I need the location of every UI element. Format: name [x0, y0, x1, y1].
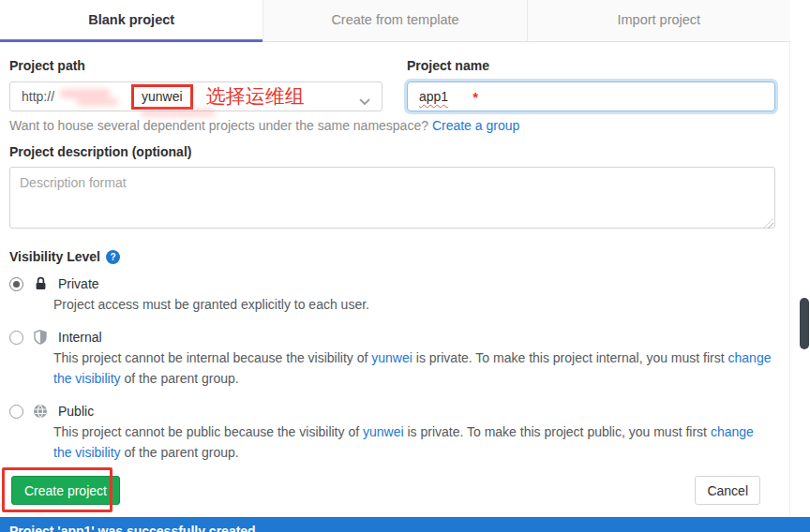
visibility-option-private: Private Project access must be granted e… — [9, 276, 775, 315]
shield-icon — [32, 330, 49, 345]
namespace-hint: Want to house several dependent projects… — [9, 118, 775, 133]
private-label: Private — [58, 276, 99, 291]
required-asterisk: * — [472, 89, 478, 105]
cancel-button[interactable]: Cancel — [695, 476, 760, 505]
namespace-select[interactable]: http:// yunwei 选择运维组 — [9, 81, 382, 111]
project-path-label: Project path — [9, 58, 382, 73]
new-project-panel: Blank project Create from template Impor… — [0, 0, 790, 518]
public-desc-part1: This project cannot be public because th… — [53, 424, 359, 439]
create-project-button[interactable]: Create project — [11, 476, 120, 505]
flash-message: Project 'app1' was successfully created — [9, 524, 256, 532]
create-group-link[interactable]: Create a group — [432, 118, 519, 133]
public-description: This project cannot be public because th… — [53, 421, 775, 463]
public-yunwei-link[interactable]: yunwei — [363, 424, 404, 439]
annotation-select-group-text: 选择运维组 — [206, 83, 305, 110]
internal-desc-part3: of the parent group. — [124, 371, 238, 386]
tab-blank-project[interactable]: Blank project — [0, 0, 262, 42]
project-name-input[interactable]: app1 * — [407, 81, 775, 111]
project-name-label: Project name — [407, 58, 775, 73]
private-description: Project access must be granted explicitl… — [53, 294, 775, 315]
tab-create-from-template[interactable]: Create from template — [262, 0, 526, 42]
question-circle-icon[interactable]: ? — [106, 250, 120, 264]
project-description-input[interactable] — [9, 167, 775, 229]
namespace-hint-text: Want to house several dependent projects… — [9, 118, 428, 133]
scrollbar-thumb[interactable] — [800, 298, 809, 349]
url-protocol-prefix: http:// — [22, 89, 54, 104]
public-desc-part2: is private. To make this project public,… — [407, 424, 707, 439]
public-desc-part3: of the parent group. — [124, 445, 238, 460]
visibility-option-public: Public This project cannot be public bec… — [9, 404, 775, 463]
censor-smudge — [141, 109, 216, 117]
project-description-label: Project description (optional) — [9, 144, 775, 159]
success-flash-bar: Project 'app1' was successfully created — [0, 517, 810, 532]
internal-radio[interactable] — [9, 331, 23, 345]
tab-import-project[interactable]: Import project — [527, 0, 790, 42]
censored-hostname — [58, 85, 126, 108]
chevron-down-icon — [359, 93, 370, 110]
internal-desc-part1: This project cannot be internal because … — [53, 350, 368, 365]
internal-label: Internal — [58, 330, 102, 345]
namespace-value-annotated: yunwei — [131, 84, 193, 110]
visibility-option-internal: Internal This project cannot be internal… — [9, 330, 775, 389]
project-tabs: Blank project Create from template Impor… — [0, 0, 790, 42]
visibility-level-label: Visibility Level — [9, 249, 100, 264]
project-name-value: app1 — [419, 89, 448, 104]
globe-icon — [32, 404, 49, 419]
public-radio[interactable] — [9, 405, 23, 419]
public-label: Public — [58, 404, 94, 419]
internal-yunwei-link[interactable]: yunwei — [371, 350, 412, 365]
private-radio[interactable] — [9, 277, 23, 291]
form-content: Project path http:// yunwei 选择运维组 Projec… — [0, 58, 789, 518]
lock-icon — [32, 276, 49, 291]
internal-description: This project cannot be internal because … — [53, 347, 775, 389]
internal-desc-part2: is private. To make this project interna… — [416, 350, 725, 365]
